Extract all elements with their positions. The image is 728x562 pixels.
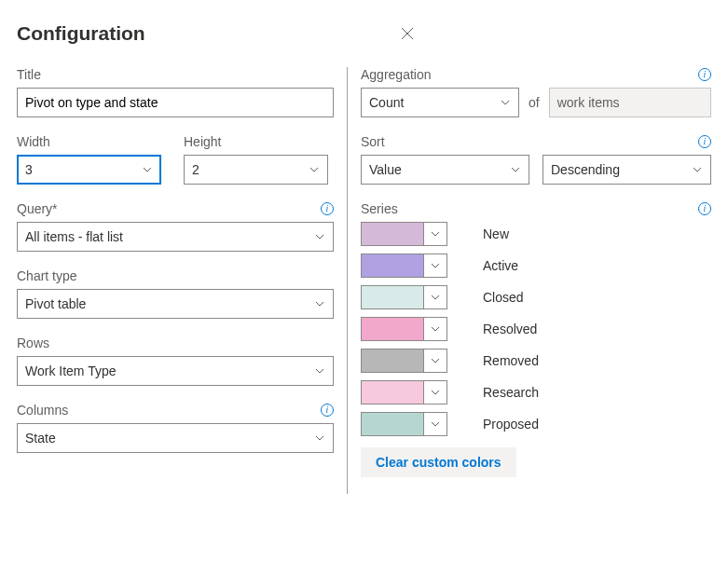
- query-label: Query*: [17, 201, 58, 216]
- info-icon[interactable]: i: [698, 202, 711, 215]
- height-field: Height 2: [184, 134, 328, 185]
- close-icon: [400, 26, 415, 41]
- chevron-down-icon: [430, 260, 441, 271]
- chevron-down-icon: [692, 164, 703, 175]
- title-input[interactable]: [17, 88, 334, 117]
- height-label: Height: [184, 134, 221, 149]
- title-label: Title: [17, 67, 41, 82]
- chevron-down-icon: [510, 164, 521, 175]
- columns-field: Columns i State: [17, 403, 334, 453]
- charttype-value: Pivot table: [25, 296, 86, 311]
- series-item: Active: [361, 254, 711, 278]
- close-button[interactable]: [392, 19, 422, 48]
- series-item-label: Proposed: [483, 417, 539, 432]
- columns-label: Columns: [17, 403, 68, 418]
- chevron-down-icon: [430, 228, 441, 240]
- color-picker-dropdown[interactable]: [423, 349, 447, 373]
- dialog-title: Configuration: [17, 22, 145, 45]
- height-value: 2: [192, 162, 199, 177]
- rows-value: Work Item Type: [25, 363, 117, 378]
- series-label: Series: [361, 201, 398, 216]
- chevron-down-icon: [430, 418, 441, 430]
- series-list: NewActiveClosedResolvedRemovedResearchPr…: [361, 222, 711, 436]
- series-item-label: Resolved: [483, 322, 537, 336]
- columns-value: State: [25, 431, 56, 445]
- chevron-down-icon: [142, 164, 153, 175]
- height-select[interactable]: 2: [184, 155, 328, 185]
- color-swatch: [361, 380, 423, 404]
- series-field: Series i NewActiveClosedResolvedRemovedR…: [361, 201, 711, 477]
- series-item: Removed: [361, 349, 711, 373]
- chevron-down-icon: [309, 164, 320, 175]
- columns-select[interactable]: State: [17, 423, 334, 453]
- color-picker-dropdown[interactable]: [423, 317, 447, 341]
- series-item: Proposed: [361, 412, 711, 436]
- sort-by-select[interactable]: Value: [361, 155, 529, 185]
- info-icon[interactable]: i: [321, 404, 334, 417]
- aggregation-field: Aggregation i Count of work items: [361, 67, 711, 117]
- clear-custom-colors-button[interactable]: Clear custom colors: [361, 447, 516, 477]
- dialog-body: Title Width 3 Height 2: [0, 58, 728, 511]
- color-swatch: [361, 412, 423, 436]
- color-swatch: [361, 349, 423, 373]
- sort-by-value: Value: [369, 162, 402, 177]
- sort-dir-value: Descending: [551, 162, 620, 177]
- series-item-label: Active: [483, 258, 518, 273]
- query-field: Query* i All items - flat list: [17, 201, 334, 252]
- title-field: Title: [17, 67, 334, 117]
- rows-label: Rows: [17, 336, 49, 350]
- width-field: Width 3: [17, 134, 161, 185]
- chevron-down-icon: [314, 231, 325, 242]
- color-picker-dropdown[interactable]: [423, 412, 447, 436]
- aggregation-select[interactable]: Count: [361, 88, 519, 117]
- chevron-down-icon: [430, 387, 441, 398]
- chevron-down-icon: [314, 298, 325, 309]
- width-value: 3: [25, 162, 33, 177]
- color-picker-dropdown[interactable]: [423, 380, 447, 404]
- right-column: Aggregation i Count of work items Sort i: [347, 67, 711, 494]
- aggregation-value: Count: [369, 95, 404, 110]
- query-select[interactable]: All items - flat list: [17, 222, 334, 252]
- chevron-down-icon: [314, 365, 325, 377]
- rows-field: Rows Work Item Type: [17, 336, 334, 386]
- color-swatch: [361, 222, 423, 246]
- color-swatch: [361, 317, 423, 341]
- query-value: All items - flat list: [25, 229, 123, 244]
- chevron-down-icon: [500, 97, 511, 108]
- sort-dir-select[interactable]: Descending: [543, 155, 711, 185]
- series-item: Resolved: [361, 317, 711, 341]
- series-item-label: Closed: [483, 290, 524, 305]
- sort-label: Sort: [361, 134, 385, 149]
- of-label: of: [529, 95, 540, 110]
- color-picker-dropdown[interactable]: [423, 285, 447, 309]
- info-icon[interactable]: i: [321, 202, 334, 215]
- charttype-label: Chart type: [17, 268, 77, 283]
- series-item: Research: [361, 380, 711, 404]
- width-label: Width: [17, 134, 50, 149]
- info-icon[interactable]: i: [698, 68, 711, 81]
- charttype-field: Chart type Pivot table: [17, 268, 334, 319]
- chevron-down-icon: [430, 292, 441, 303]
- info-icon[interactable]: i: [698, 135, 711, 148]
- aggregation-target: work items: [549, 88, 711, 117]
- color-swatch: [361, 254, 423, 278]
- aggregation-target-value: work items: [557, 95, 620, 110]
- series-item-label: Removed: [483, 353, 539, 368]
- color-swatch: [361, 285, 423, 309]
- chevron-down-icon: [314, 432, 325, 444]
- chevron-down-icon: [430, 323, 441, 335]
- charttype-select[interactable]: Pivot table: [17, 289, 334, 319]
- left-column: Title Width 3 Height 2: [17, 67, 334, 494]
- color-picker-dropdown[interactable]: [423, 254, 447, 278]
- rows-select[interactable]: Work Item Type: [17, 356, 334, 386]
- chevron-down-icon: [430, 355, 441, 366]
- series-item-label: New: [483, 226, 509, 241]
- series-item-label: Research: [483, 385, 539, 400]
- series-item: Closed: [361, 285, 711, 309]
- width-select[interactable]: 3: [17, 155, 161, 185]
- series-item: New: [361, 222, 711, 246]
- color-picker-dropdown[interactable]: [423, 222, 447, 246]
- sort-field: Sort i Value Descending: [361, 134, 711, 185]
- aggregation-label: Aggregation: [361, 67, 432, 82]
- dialog-header: Configuration: [0, 0, 728, 58]
